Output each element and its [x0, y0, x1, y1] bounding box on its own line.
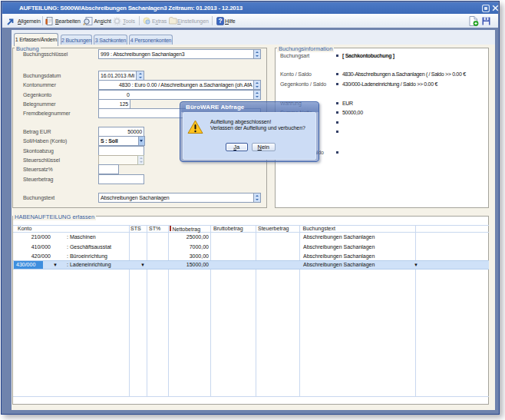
svg-text:?: ?	[218, 17, 222, 25]
